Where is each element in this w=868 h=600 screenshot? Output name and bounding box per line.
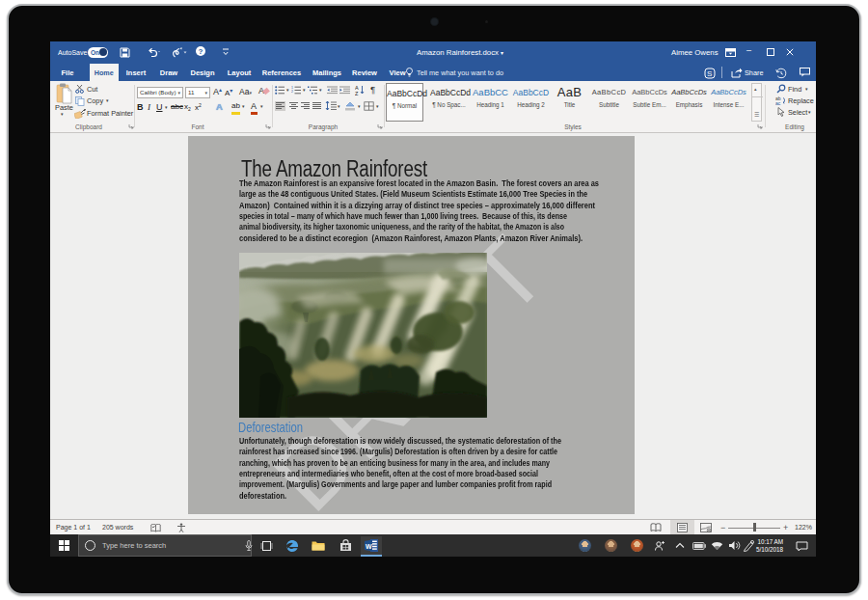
svg-text:S: S bbox=[707, 69, 712, 78]
svg-text:W: W bbox=[366, 543, 372, 550]
svg-text:2: 2 bbox=[291, 90, 293, 94]
svg-text:ac: ac bbox=[775, 100, 781, 105]
svg-text:Z: Z bbox=[355, 91, 359, 96]
